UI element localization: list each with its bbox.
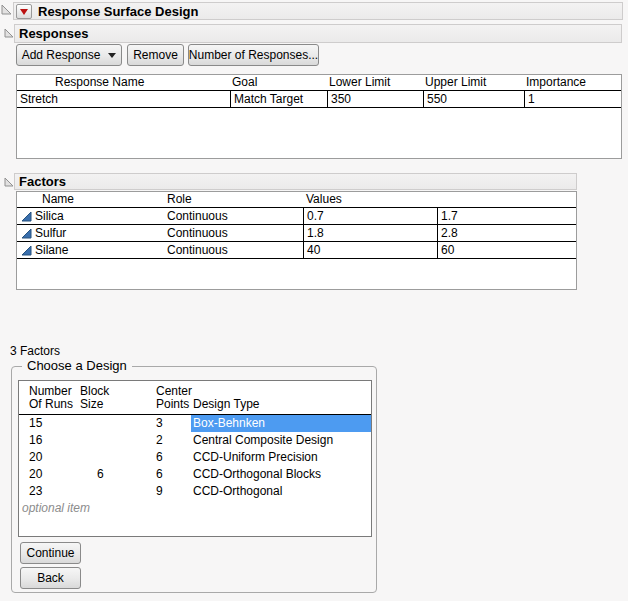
response-name-cell[interactable]: Stretch xyxy=(17,91,230,107)
block-size-cell xyxy=(97,415,156,432)
factor-name-cell[interactable]: Silane xyxy=(17,242,167,258)
remove-label: Remove xyxy=(133,48,178,62)
header-design-type: Design Type xyxy=(193,398,260,411)
goal-cell[interactable]: Match Target xyxy=(230,91,327,107)
design-option-row[interactable]: 23 9 CCD-Orthogonal xyxy=(19,483,371,500)
design-type-cell: CCD-Orthogonal xyxy=(191,483,371,500)
groupbox-title: Choose a Design xyxy=(22,358,132,373)
factor-value-high-cell[interactable]: 2.8 xyxy=(437,225,576,241)
design-list-header: Number Of Runs Block Size Center Points … xyxy=(19,381,371,415)
red-triangle-icon xyxy=(20,9,28,15)
design-type-cell: CCD-Orthogonal Blocks xyxy=(191,466,371,483)
center-points-cell: 9 xyxy=(156,483,191,500)
factor-row: Silica Continuous 0.7 1.7 xyxy=(17,208,576,225)
block-size-cell xyxy=(97,483,156,500)
importance-cell[interactable]: 1 xyxy=(524,91,623,107)
number-of-responses-button[interactable]: Number of Responses... xyxy=(188,44,319,66)
factors-count-label: 3 Factors xyxy=(10,344,60,358)
responses-table-header: Response Name Goal Lower Limit Upper Lim… xyxy=(17,75,621,91)
add-response-button[interactable]: Add Response xyxy=(16,44,122,66)
factor-row: Silane Continuous 40 60 xyxy=(17,242,576,259)
design-option-row[interactable]: 16 2 Central Composite Design xyxy=(19,432,371,449)
header-center-points: Center Points xyxy=(156,385,192,411)
runs-cell: 16 xyxy=(19,432,97,449)
runs-cell: 20 xyxy=(19,466,97,483)
response-surface-design-window: Response Surface Design Responses Add Re… xyxy=(0,0,628,601)
factor-value-low-cell[interactable]: 1.8 xyxy=(303,225,437,241)
factors-table-header: Name Role Values xyxy=(17,192,576,208)
header-block-size: Block Size xyxy=(80,385,109,411)
optional-item-note: optional item xyxy=(19,500,371,517)
center-points-cell: 6 xyxy=(156,466,191,483)
choose-a-design-groupbox: Choose a Design Number Of Runs Block Siz… xyxy=(11,366,377,593)
back-label: Back xyxy=(37,571,64,585)
factor-row: Sulfur Continuous 1.8 2.8 xyxy=(17,225,576,242)
dropdown-arrow-icon xyxy=(108,53,116,58)
design-type-cell: CCD-Uniform Precision xyxy=(191,449,371,466)
design-type-cell: Box-Behnken xyxy=(191,415,371,432)
factor-value-high-cell[interactable]: 60 xyxy=(437,242,576,258)
remove-button[interactable]: Remove xyxy=(127,44,184,66)
header-response-name: Response Name xyxy=(17,75,230,90)
header-role: Role xyxy=(167,192,303,207)
header-importance: Importance xyxy=(524,75,623,90)
factor-name-cell[interactable]: Silica xyxy=(17,208,167,224)
header-upper-limit: Upper Limit xyxy=(423,75,524,90)
runs-cell: 23 xyxy=(19,483,97,500)
runs-cell: 15 xyxy=(19,415,97,432)
design-option-row[interactable]: 20 6 CCD-Uniform Precision xyxy=(19,449,371,466)
response-row: Stretch Match Target 350 550 1 xyxy=(17,91,621,108)
block-size-cell: 6 xyxy=(97,466,156,483)
runs-cell: 20 xyxy=(19,449,97,466)
factors-section-title: Factors xyxy=(19,174,66,189)
add-response-label: Add Response xyxy=(22,48,101,62)
block-size-cell xyxy=(97,432,156,449)
disclosure-triangle-icon[interactable] xyxy=(4,177,14,187)
factor-role-cell[interactable]: Continuous xyxy=(167,225,303,241)
design-option-row[interactable]: 15 3 Box-Behnken xyxy=(19,415,371,432)
main-title-band: Response Surface Design xyxy=(13,2,623,20)
design-type-cell: Central Composite Design xyxy=(191,432,371,449)
disclosure-triangle-icon[interactable] xyxy=(4,28,14,38)
continue-label: Continue xyxy=(26,546,74,560)
responses-table: Response Name Goal Lower Limit Upper Lim… xyxy=(16,74,622,159)
center-points-cell: 6 xyxy=(156,449,191,466)
factors-table: Name Role Values Silica Continuous 0.7 1… xyxy=(16,191,577,290)
block-size-cell xyxy=(97,449,156,466)
lower-limit-cell[interactable]: 350 xyxy=(327,91,423,107)
factor-value-low-cell[interactable]: 0.7 xyxy=(303,208,437,224)
responses-section-band: Responses xyxy=(14,24,622,43)
continuous-factor-icon xyxy=(21,211,32,222)
red-triangle-menu-button[interactable] xyxy=(16,4,32,19)
disclosure-triangle-icon[interactable] xyxy=(1,4,12,15)
factor-role-cell[interactable]: Continuous xyxy=(167,242,303,258)
header-number-of-runs: Number Of Runs xyxy=(29,385,73,411)
continuous-factor-icon xyxy=(21,245,32,256)
header-name: Name xyxy=(17,192,167,207)
design-listbox: Number Of Runs Block Size Center Points … xyxy=(18,380,372,537)
factor-value-high-cell[interactable]: 1.7 xyxy=(437,208,576,224)
number-of-responses-label: Number of Responses... xyxy=(189,48,318,62)
factor-name-cell[interactable]: Sulfur xyxy=(17,225,167,241)
responses-section-title: Responses xyxy=(19,26,88,41)
center-points-cell: 3 xyxy=(156,415,191,432)
design-option-row[interactable]: 20 6 6 CCD-Orthogonal Blocks xyxy=(19,466,371,483)
upper-limit-cell[interactable]: 550 xyxy=(423,91,524,107)
page-title: Response Surface Design xyxy=(38,4,198,19)
header-goal: Goal xyxy=(230,75,327,90)
header-values: Values xyxy=(303,192,437,207)
factor-value-low-cell[interactable]: 40 xyxy=(303,242,437,258)
factor-role-cell[interactable]: Continuous xyxy=(167,208,303,224)
continuous-factor-icon xyxy=(21,228,32,239)
back-button[interactable]: Back xyxy=(20,567,81,589)
header-lower-limit: Lower Limit xyxy=(327,75,423,90)
factors-section-band: Factors xyxy=(14,173,577,190)
center-points-cell: 2 xyxy=(156,432,191,449)
continue-button[interactable]: Continue xyxy=(20,542,81,564)
